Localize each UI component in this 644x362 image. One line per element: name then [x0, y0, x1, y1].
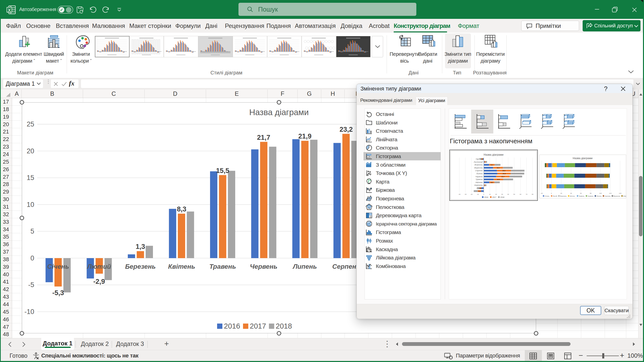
- svg-text:2016: 2016: [484, 196, 488, 198]
- svg-text:10: 10: [489, 194, 491, 195]
- svg-text:15,5: 15,5: [216, 167, 229, 174]
- svg-text:60: 60: [520, 194, 521, 195]
- svg-text:2018: 2018: [500, 196, 504, 198]
- svg-text:-20: -20: [470, 194, 473, 195]
- svg-text:80: 80: [590, 193, 592, 194]
- svg-text:23,2: 23,2: [502, 170, 505, 171]
- svg-text:1,3: 1,3: [136, 243, 145, 250]
- svg-text:Серпень: Серпень: [332, 263, 360, 270]
- svg-text:15: 15: [27, 174, 34, 182]
- svg-text:-10: -10: [477, 194, 479, 195]
- svg-text:-40: -40: [458, 194, 461, 195]
- svg-text:40: 40: [570, 193, 572, 194]
- svg-text:8,3: 8,3: [491, 182, 493, 183]
- svg-text:Назва діаграми: Назва діаграми: [484, 153, 504, 156]
- svg-text:Серпень: Серпень: [605, 195, 611, 197]
- svg-text:Квітень: Квітень: [168, 263, 195, 270]
- svg-text:23,2: 23,2: [340, 126, 353, 133]
- svg-text:2018: 2018: [276, 322, 292, 330]
- svg-text:Березень: Березень: [125, 263, 156, 270]
- svg-text:Лютий: Лютий: [553, 195, 557, 197]
- svg-text:10: 10: [27, 201, 34, 208]
- svg-text:Січень: Січень: [47, 263, 69, 270]
- svg-text:21,9: 21,9: [298, 132, 312, 140]
- svg-text:Липень: Липень: [596, 195, 601, 197]
- svg-text:140: 140: [619, 193, 622, 194]
- svg-text:25: 25: [27, 120, 34, 128]
- svg-text:-10: -10: [24, 308, 34, 315]
- svg-text:Липень: Липень: [292, 263, 317, 270]
- svg-text:2016: 2016: [224, 322, 240, 330]
- svg-text:Вересень: Вересень: [614, 195, 620, 197]
- svg-text:2,1: 2,1: [481, 158, 484, 160]
- svg-text:-5: -5: [28, 281, 34, 289]
- svg-text:Березень: Березень: [474, 184, 483, 186]
- svg-text:80: 80: [532, 194, 534, 195]
- svg-text:Серпень: Серпень: [475, 169, 483, 172]
- svg-text:21,9: 21,9: [503, 173, 506, 174]
- svg-text:9,1: 9,1: [491, 164, 493, 166]
- svg-text:Квітень: Квітень: [476, 181, 483, 184]
- svg-text:Вересень: Вересень: [474, 167, 483, 169]
- svg-text:Жовтень: Жовтень: [474, 164, 483, 166]
- svg-text:Травень: Травень: [579, 195, 584, 197]
- svg-text:120: 120: [609, 193, 612, 194]
- svg-text:Квітень: Квітень: [570, 195, 575, 197]
- svg-text:-5,3: -5,3: [52, 289, 64, 297]
- svg-text:Травень: Травень: [209, 263, 236, 270]
- svg-text:Червень: Червень: [588, 195, 594, 197]
- svg-text:100: 100: [599, 193, 602, 194]
- svg-text:40: 40: [507, 194, 509, 195]
- svg-text:-20: -20: [541, 193, 543, 194]
- svg-text:16,1: 16,1: [497, 167, 500, 169]
- svg-text:2017: 2017: [492, 196, 496, 198]
- svg-text:20: 20: [27, 147, 34, 155]
- svg-text:-30: -30: [464, 194, 467, 195]
- svg-text:Червень: Червень: [250, 263, 277, 270]
- svg-text:60: 60: [580, 193, 582, 194]
- svg-text:Назва діаграми: Назва діаграми: [573, 157, 593, 160]
- svg-text:Червень: Червень: [475, 175, 483, 178]
- svg-text:50: 50: [513, 194, 515, 195]
- svg-text:-2,9: -2,9: [93, 278, 105, 285]
- svg-text:Лютий: Лютий: [87, 263, 111, 270]
- svg-text:0: 0: [30, 254, 34, 262]
- svg-text:8,3: 8,3: [177, 205, 186, 213]
- svg-text:2,9: 2,9: [479, 188, 482, 189]
- svg-text:Назва діаграми: Назва діаграми: [249, 108, 309, 117]
- svg-text:21,7: 21,7: [257, 134, 270, 141]
- svg-text:2017: 2017: [250, 322, 266, 330]
- svg-text:X: X: [8, 8, 11, 13]
- svg-text:20: 20: [560, 193, 562, 194]
- svg-text:70: 70: [526, 194, 528, 195]
- svg-text:Березень: Березень: [560, 195, 567, 197]
- svg-text:Травень: Травень: [475, 178, 483, 180]
- svg-text:15,5: 15,5: [497, 179, 500, 180]
- svg-text:5,3: 5,3: [478, 191, 481, 192]
- svg-text:20: 20: [495, 194, 497, 195]
- svg-text:Січень: Січень: [545, 195, 549, 197]
- svg-text:Жовтень: Жовтень: [623, 195, 626, 197]
- svg-text:Липень: Липень: [476, 172, 483, 175]
- svg-text:5: 5: [30, 228, 34, 235]
- svg-text:30: 30: [501, 194, 503, 195]
- svg-text:21,7: 21,7: [501, 176, 504, 177]
- svg-text:Листопад: Листопад: [473, 161, 483, 163]
